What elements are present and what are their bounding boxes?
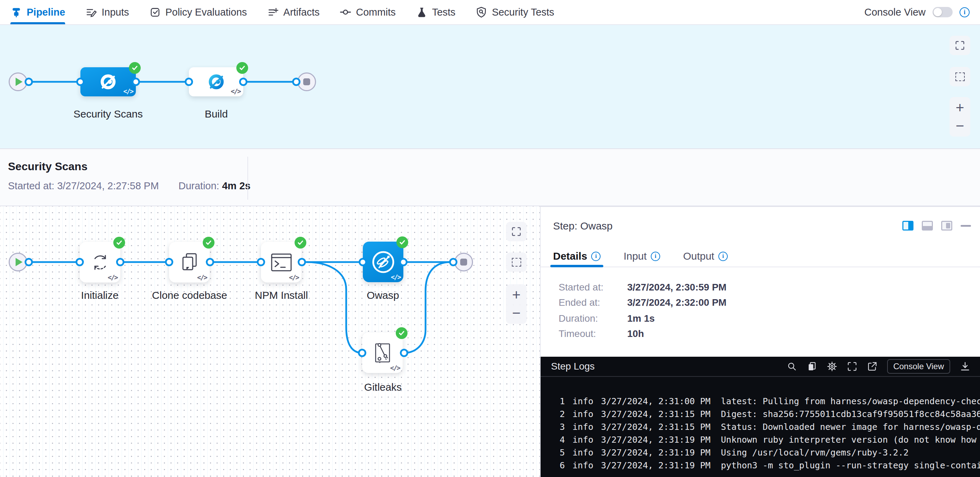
console-view-toggle[interactable]	[932, 7, 953, 18]
nav-tab-security-tests[interactable]: Security Tests	[476, 0, 554, 24]
panel-layout-controls	[902, 221, 971, 231]
security-tests-icon	[476, 6, 487, 18]
layout-bottom-split-button[interactable]	[922, 221, 933, 231]
step-logs-body[interactable]: 1info3/27/2024, 2:31:00 PMlatest: Pullin…	[541, 376, 980, 477]
stage-card-security-scans[interactable]: </>	[80, 67, 136, 96]
step-logs-header: Step Logs Console View	[541, 357, 980, 376]
stage-info-bar: Security Scans Started at: 3/27/2024, 2:…	[0, 148, 980, 206]
nav-tab-tests[interactable]: Tests	[416, 0, 456, 24]
stage-canvas-select-button[interactable]	[950, 67, 970, 86]
step-label[interactable]: Initialize	[48, 289, 152, 301]
detail-value: 3/27/2024, 2:30:59 PM	[627, 282, 726, 293]
step-label[interactable]: NPM Install	[229, 289, 333, 301]
detail-row-timeout: Timeout: 10h	[558, 328, 596, 339]
log-line-number: 3	[554, 421, 565, 433]
output-info-icon[interactable]: i	[718, 252, 728, 261]
nav-tab-policy-evaluations[interactable]: Policy Evaluations	[149, 0, 247, 24]
code-badge: </>	[391, 273, 401, 281]
started-value: 3/27/2024, 2:27:58 PM	[57, 180, 159, 191]
step-panel-tabs: Details i Input i Output i	[541, 246, 980, 267]
log-level: info	[573, 396, 593, 406]
log-line-number: 5	[554, 446, 565, 459]
commits-icon	[340, 6, 352, 18]
code-badge: </>	[197, 273, 207, 281]
nav-tab-label: Commits	[356, 6, 395, 18]
log-timestamp: 3/27/2024, 2:31:19 PM	[601, 435, 710, 445]
nav-tab-inputs[interactable]: Inputs	[85, 0, 129, 24]
log-line: 2info3/27/2024, 2:31:15 PMDigest: sha256…	[541, 408, 980, 421]
log-line-number: 1	[554, 395, 565, 408]
stage-connectors	[0, 25, 980, 148]
log-line-number: 6	[554, 459, 565, 472]
step-details-panel: Step: Owasp Details i Input i Output i S…	[540, 206, 980, 477]
log-line: 1info3/27/2024, 2:31:00 PMlatest: Pullin…	[541, 395, 980, 408]
search-logs-icon[interactable]	[787, 361, 797, 372]
layout-right-split-button[interactable]	[902, 221, 913, 231]
stage-label[interactable]: Security Scans	[56, 108, 160, 120]
nav-tab-artifacts[interactable]: Artifacts	[267, 0, 320, 24]
nav-tabs: Pipeline Inputs Policy Evaluations Artif…	[10, 0, 554, 24]
log-timestamp: 3/27/2024, 2:31:19 PM	[601, 460, 710, 471]
step-label[interactable]: Owasp	[331, 289, 435, 301]
tab-details[interactable]: Details i	[553, 246, 601, 266]
stage-started-at: Started at: 3/27/2024, 2:27:58 PM	[8, 180, 159, 192]
stop-icon	[303, 78, 310, 85]
success-badge	[396, 236, 408, 248]
stop-icon	[460, 258, 467, 266]
step-card-clone-codebase[interactable]: </>	[169, 242, 210, 282]
detail-label: Started at:	[558, 282, 603, 293]
download-logs-icon[interactable]	[960, 361, 970, 372]
log-message: Digest: sha256:7755011cdb13caf9f95051f8c…	[721, 409, 980, 419]
expand-logs-icon[interactable]	[847, 361, 858, 372]
console-view-info-icon[interactable]: i	[959, 7, 970, 18]
log-settings-icon[interactable]	[827, 361, 837, 372]
fullscreen-icon	[511, 227, 522, 237]
log-level: info	[573, 409, 593, 419]
code-badge: </>	[231, 87, 240, 95]
step-canvas-fullscreen-button[interactable]	[506, 222, 527, 241]
stage-card-build[interactable]: </>	[189, 67, 243, 96]
nav-tab-commits[interactable]: Commits	[340, 0, 395, 24]
check-icon	[131, 64, 138, 72]
zoom-in-button[interactable]: +	[512, 288, 521, 302]
stage-label[interactable]: Build	[164, 108, 268, 120]
step-card-owasp[interactable]: </>	[363, 242, 403, 282]
zoom-out-button[interactable]: −	[512, 306, 521, 320]
log-timestamp: 3/27/2024, 2:31:19 PM	[601, 448, 710, 458]
log-timestamp: 3/27/2024, 2:31:15 PM	[601, 422, 710, 432]
log-level: info	[573, 448, 593, 458]
detail-label: Ended at:	[558, 297, 600, 308]
open-in-new-tab-icon[interactable]	[867, 361, 877, 372]
nav-tab-pipeline[interactable]: Pipeline	[10, 0, 65, 24]
tab-input[interactable]: Input i	[624, 246, 660, 266]
step-card-initialize[interactable]: </>	[80, 242, 120, 282]
layout-floating-button[interactable]	[941, 221, 952, 231]
success-badge	[203, 237, 215, 249]
step-card-npm-install[interactable]: </>	[261, 242, 301, 282]
tab-output[interactable]: Output i	[683, 246, 728, 266]
success-badge	[236, 62, 248, 74]
marquee-select-icon	[512, 258, 521, 266]
step-label[interactable]: Gitleaks	[331, 381, 435, 393]
zoom-in-button[interactable]: +	[956, 101, 964, 115]
check-icon	[205, 239, 212, 246]
step-panel-title: Step: Owasp	[553, 220, 612, 232]
minimize-panel-button[interactable]	[961, 225, 971, 227]
stage-canvas-fullscreen-button[interactable]	[950, 36, 970, 55]
details-info-icon[interactable]: i	[591, 252, 601, 261]
stage-graph-canvas[interactable]: </> </> Security Scans Build	[0, 25, 980, 148]
step-graph-canvas[interactable]: </> </> </> </>	[0, 206, 540, 477]
step-logs-toolbar: Console View	[787, 359, 970, 374]
tests-icon	[416, 6, 428, 18]
log-line: 5info3/27/2024, 2:31:19 PMUsing /usr/loc…	[541, 446, 980, 459]
zoom-out-button[interactable]: −	[956, 118, 964, 133]
copy-logs-icon[interactable]	[807, 361, 817, 372]
input-info-icon[interactable]: i	[651, 252, 660, 261]
log-message: latest: Pulling from harness/owasp-depen…	[721, 396, 980, 406]
detail-row-ended-at: Ended at: 3/27/2024, 2:32:00 PM	[558, 297, 600, 308]
console-view-button[interactable]: Console View	[887, 359, 950, 374]
step-label[interactable]: Clone codebase	[138, 289, 242, 301]
step-canvas-select-button[interactable]	[506, 252, 527, 272]
step-logs-title: Step Logs	[551, 361, 595, 372]
step-card-gitleaks[interactable]: </>	[362, 332, 402, 373]
